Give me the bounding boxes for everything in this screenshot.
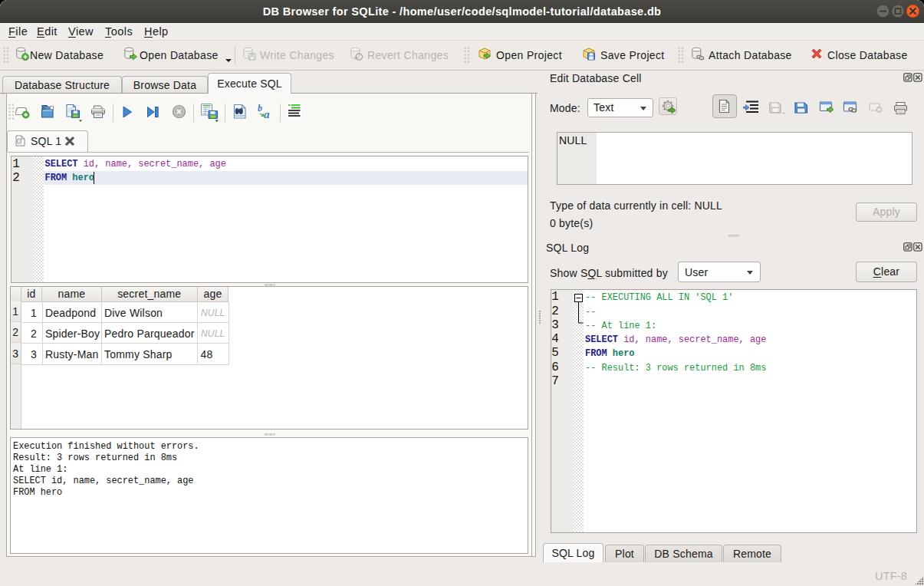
- svg-text:a: a: [264, 108, 270, 120]
- svg-text:b: b: [258, 104, 262, 114]
